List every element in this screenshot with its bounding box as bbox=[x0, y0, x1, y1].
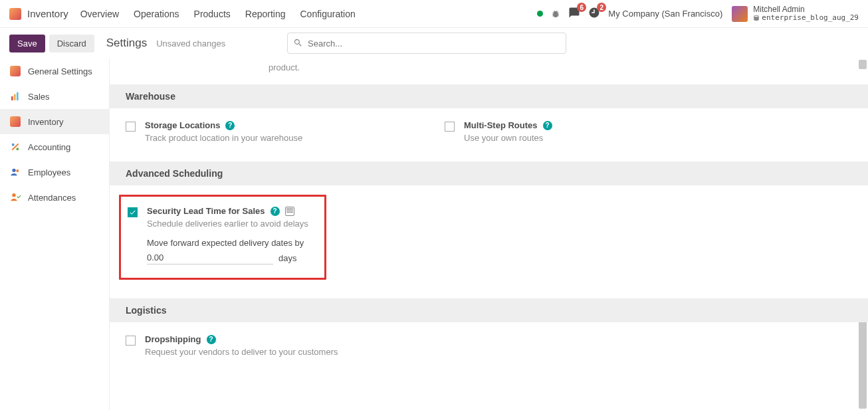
dropshipping-title: Dropshipping bbox=[145, 334, 201, 344]
storage-locations-title: Storage Locations bbox=[145, 120, 220, 130]
menu-reporting[interactable]: Reporting bbox=[245, 9, 286, 19]
setting-security-lead-time: Security Lead Time for Sales ? Schedule … bbox=[119, 195, 326, 280]
sidebar-item-inventory[interactable]: Inventory bbox=[0, 109, 109, 134]
sidebar-item-sales[interactable]: Sales bbox=[0, 84, 109, 109]
box-icon bbox=[9, 116, 21, 128]
svg-rect-2 bbox=[17, 92, 19, 100]
svg-point-6 bbox=[12, 169, 15, 172]
database-icon bbox=[753, 15, 760, 21]
help-icon[interactable]: ? bbox=[543, 121, 552, 130]
bug-icon[interactable] bbox=[551, 9, 560, 19]
chat-badge: 6 bbox=[577, 3, 586, 12]
section-warehouse-header: Warehouse bbox=[110, 84, 868, 108]
help-icon[interactable]: ? bbox=[207, 335, 216, 344]
people-icon bbox=[9, 166, 21, 178]
svg-point-4 bbox=[16, 148, 19, 150]
sidebar-item-accounting[interactable]: Accounting bbox=[0, 134, 109, 159]
sidebar-item-general[interactable]: General Settings bbox=[0, 58, 109, 84]
activities-badge: 2 bbox=[597, 3, 606, 12]
multistep-routes-title: Multi-Step Routes bbox=[464, 120, 538, 130]
database-name: enterprise_blog_aug_29 bbox=[753, 14, 859, 22]
storage-locations-checkbox[interactable] bbox=[126, 122, 136, 132]
top-nav: Inventory Overview Operations Products R… bbox=[0, 0, 868, 28]
search-input[interactable] bbox=[287, 33, 566, 54]
attendance-icon bbox=[9, 191, 21, 203]
section-logistics-header: Logistics bbox=[110, 298, 868, 322]
gear-icon bbox=[9, 65, 21, 77]
lead-time-subfield-label: Move forward expected delivery dates by bbox=[147, 238, 311, 248]
svg-rect-1 bbox=[14, 94, 16, 100]
control-bar: Save Discard Settings Unsaved changes bbox=[0, 28, 868, 58]
dropshipping-desc: Request your vendors to deliver to your … bbox=[145, 347, 405, 357]
help-icon[interactable]: ? bbox=[271, 207, 280, 216]
search-icon bbox=[293, 38, 303, 48]
security-lead-time-checkbox[interactable] bbox=[128, 207, 138, 217]
messaging-button[interactable]: 6 bbox=[568, 7, 580, 21]
menu-configuration[interactable]: Configuration bbox=[300, 9, 356, 19]
company-selector[interactable]: My Company (San Francisco) bbox=[608, 9, 722, 19]
page-title: Settings bbox=[106, 37, 147, 50]
documentation-icon[interactable] bbox=[285, 207, 294, 216]
menu-overview[interactable]: Overview bbox=[80, 9, 119, 19]
svg-point-8 bbox=[12, 193, 15, 197]
save-button[interactable]: Save bbox=[9, 35, 45, 52]
user-menu[interactable]: Mitchell Admin enterprise_blog_aug_29 bbox=[753, 5, 859, 22]
sidebar-item-attendances[interactable]: Attendances bbox=[0, 185, 109, 210]
app-name[interactable]: Inventory bbox=[27, 8, 68, 19]
partial-desc: product. bbox=[110, 58, 868, 84]
svg-rect-0 bbox=[11, 96, 13, 100]
setting-multistep-routes: Multi-Step Routes ? Use your own routes bbox=[445, 120, 724, 143]
multistep-routes-desc: Use your own routes bbox=[464, 133, 724, 143]
percent-icon bbox=[9, 141, 21, 153]
svg-point-3 bbox=[12, 144, 15, 146]
activities-button[interactable]: 2 bbox=[588, 7, 600, 21]
sidebar-item-employees[interactable]: Employees bbox=[0, 159, 109, 185]
security-lead-time-desc: Schedule deliveries earlier to avoid del… bbox=[147, 219, 311, 229]
check-icon bbox=[129, 209, 136, 216]
svg-point-7 bbox=[16, 169, 19, 172]
unsaved-indicator: Unsaved changes bbox=[156, 39, 225, 49]
multistep-routes-checkbox[interactable] bbox=[445, 122, 455, 132]
chart-icon bbox=[9, 90, 21, 102]
dropshipping-checkbox[interactable] bbox=[126, 336, 136, 346]
lead-time-days-input[interactable] bbox=[147, 251, 273, 264]
lead-time-unit: days bbox=[278, 253, 296, 263]
app-icon bbox=[9, 8, 21, 20]
help-icon[interactable]: ? bbox=[225, 121, 235, 130]
discard-button[interactable]: Discard bbox=[49, 35, 94, 52]
setting-dropshipping: Dropshipping ? Request your vendors to d… bbox=[126, 334, 405, 357]
avatar[interactable] bbox=[732, 6, 748, 22]
status-dot-icon bbox=[537, 11, 543, 17]
security-lead-time-title: Security Lead Time for Sales bbox=[147, 206, 265, 216]
section-scheduling-header: Advanced Scheduling bbox=[110, 161, 868, 185]
settings-content: product. Warehouse Storage Locations ? T… bbox=[110, 58, 868, 410]
menu-operations[interactable]: Operations bbox=[134, 9, 179, 19]
menu-products[interactable]: Products bbox=[194, 9, 231, 19]
settings-search[interactable] bbox=[287, 33, 566, 54]
settings-sidebar: General Settings Sales Inventory Account… bbox=[0, 58, 110, 410]
setting-storage-locations: Storage Locations ? Track product locati… bbox=[126, 120, 405, 143]
storage-locations-desc: Track product location in your warehouse bbox=[145, 133, 405, 143]
